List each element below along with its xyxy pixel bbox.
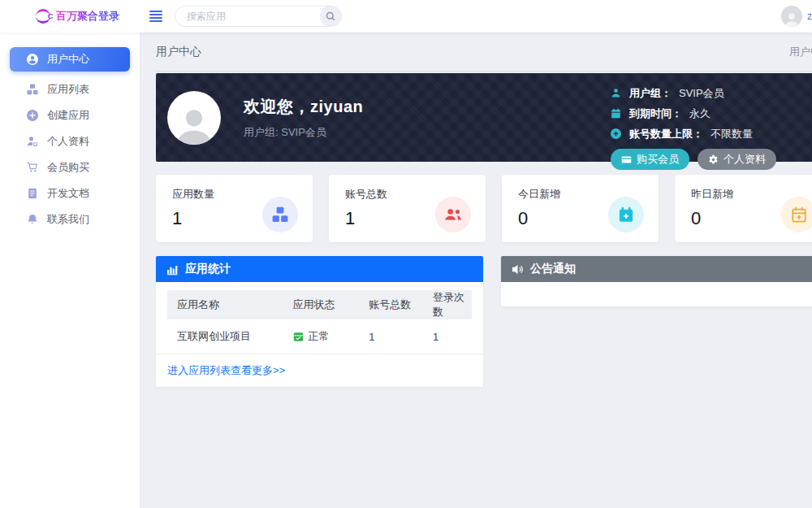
sidebar-item-label: 会员购买: [47, 160, 89, 175]
users-icon: [435, 197, 471, 232]
sidebar-item-label: 开发文档: [47, 186, 89, 201]
user-menu[interactable]: ziyuan: [781, 6, 812, 27]
panel-title: 公告通知: [530, 262, 576, 276]
user-circle-icon: [26, 54, 38, 66]
sidebar-item-app-list[interactable]: 应用列表: [0, 76, 140, 102]
plus-circle-icon: [26, 110, 38, 122]
sidebar-item-docs[interactable]: 开发文档: [0, 180, 140, 206]
panel-title: 应用统计: [185, 262, 231, 276]
account-total-cell: 1: [359, 319, 423, 354]
breadcrumb: 用户中心: [789, 45, 812, 59]
sidebar-item-label: 应用列表: [47, 82, 89, 97]
logo-text: 百万聚合登录: [56, 9, 119, 24]
search-input[interactable]: [187, 11, 320, 22]
bell-icon: [26, 214, 38, 226]
stat-card-app-count: 应用数量 1: [156, 175, 313, 242]
buy-membership-button[interactable]: 购买会员: [611, 149, 689, 170]
username-label: ziyuan: [807, 11, 812, 22]
calendar-plus-outline-icon: [781, 197, 812, 232]
welcome-message: 欢迎您，ziyuan: [244, 96, 363, 118]
table-row: 互联网创业项目: [167, 319, 472, 354]
main-content: 用户中心 用户中心 欢迎您，ziyuan 用户组: SVIP会员 用户组：S: [141, 33, 812, 508]
app-name-cell: 互联网创业项目: [167, 319, 283, 354]
person-gear-icon: [26, 136, 38, 148]
speaker-icon: [512, 263, 524, 276]
sidebar-item-label: 联系我们: [47, 212, 89, 227]
info-account-limit: 账号数量上限：不限数量: [611, 124, 776, 144]
view-more-link[interactable]: 进入应用列表查看更多>>: [167, 364, 285, 376]
sidebar-item-membership[interactable]: 会员购买: [0, 154, 140, 180]
cubes-icon: [262, 197, 298, 232]
app-stats-header: 应用统计: [156, 256, 483, 282]
user-avatar: [781, 6, 802, 27]
page-title-bar: 用户中心 用户中心: [156, 33, 812, 72]
app-stats-footer: 进入应用列表查看更多>>: [156, 354, 483, 387]
profile-button[interactable]: 个人资料: [698, 149, 776, 170]
sidebar-item-profile[interactable]: 个人资料: [0, 128, 140, 154]
sidebar-item-label: 个人资料: [47, 134, 89, 149]
sidebar-item-user-center[interactable]: 用户中心: [10, 47, 130, 72]
sidebar-item-label: 用户中心: [47, 52, 89, 67]
person-icon: [611, 88, 622, 99]
menu-toggle-icon[interactable]: [149, 11, 162, 23]
info-usergroup: 用户组：SVIP会员: [611, 83, 776, 103]
notice-header: 公告通知: [501, 256, 812, 282]
status-ok-icon: [293, 332, 304, 342]
login-count-cell: 1: [423, 319, 472, 354]
page-title: 用户中心: [156, 45, 201, 59]
card-icon: [621, 154, 632, 165]
stat-card-new-yesterday: 昨日新增 0: [675, 175, 812, 242]
apps-icon: [26, 84, 38, 96]
bar-chart-icon: [166, 263, 179, 276]
sidebar-item-label: 创建应用: [47, 108, 89, 123]
app-stats-table: 应用名称 应用状态 账号总数 登录次数 互联网创业项目: [167, 290, 472, 354]
app-logo[interactable]: C 百万聚合登录: [0, 9, 140, 24]
calendar-icon: [611, 108, 622, 119]
stats-row: 应用数量 1 账号总数 1: [156, 175, 812, 242]
sidebar-item-create-app[interactable]: 创建应用: [0, 102, 140, 128]
sidebar-item-contact[interactable]: 联系我们: [0, 206, 140, 232]
search-bar: [175, 6, 342, 27]
cart-icon: [26, 162, 38, 174]
gear-icon: [708, 154, 719, 165]
search-icon[interactable]: [320, 6, 341, 27]
stat-card-new-today: 今日新增 0: [502, 175, 659, 242]
top-header: C 百万聚合登录 ziyuan: [0, 0, 812, 33]
banner-avatar: [167, 91, 221, 145]
welcome-banner: 欢迎您，ziyuan 用户组: SVIP会员 用户组：SVIP会员: [156, 73, 812, 162]
arrow-up-circle-icon: [611, 128, 622, 140]
usergroup-line: 用户组: SVIP会员: [244, 125, 363, 140]
notice-body: [501, 282, 812, 306]
calendar-plus-icon: [608, 197, 644, 232]
notice-panel: 公告通知: [501, 256, 812, 306]
info-expiry: 到期时间：永久: [611, 103, 776, 124]
document-icon: [26, 188, 38, 200]
app-status-cell: 正常: [283, 319, 360, 354]
logo-icon: C: [36, 9, 50, 24]
panels-row: 应用统计 应用名称 应用状态 账号总数 登录次数: [156, 256, 812, 387]
app-stats-panel: 应用统计 应用名称 应用状态 账号总数 登录次数: [156, 256, 483, 387]
stat-card-account-total: 账号总数 1: [329, 175, 486, 242]
sidebar: 用户中心 应用列表 创建应用 个人资料: [0, 33, 140, 508]
